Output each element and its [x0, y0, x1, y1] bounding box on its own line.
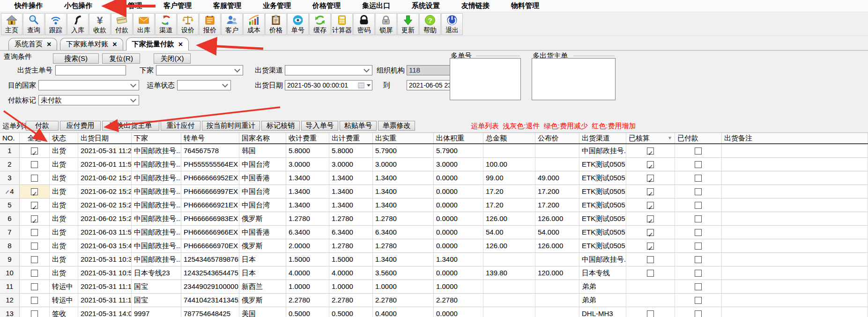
- action-button-7[interactable]: 导入单号: [301, 121, 338, 131]
- menu-item[interactable]: 系统设置: [401, 1, 451, 10]
- action-button-6[interactable]: 标记核销: [261, 121, 300, 131]
- action-button-4[interactable]: 重计应付: [161, 121, 200, 131]
- action-button-3[interactable]: 更换出货主单: [102, 121, 159, 131]
- tracking-no-toolbar-button[interactable]: 单号: [287, 13, 309, 35]
- row-select-checkbox[interactable]: [31, 243, 38, 250]
- tab-1[interactable]: 系统首页×: [8, 38, 57, 50]
- paid-checkbox[interactable]: [695, 202, 702, 209]
- row-number-cell: 10: [0, 266, 20, 280]
- paid-checkbox[interactable]: [695, 229, 702, 236]
- receive-payment-toolbar-button[interactable]: ¥收款: [89, 13, 111, 35]
- cache-toolbar-button[interactable]: 缓存: [309, 13, 331, 35]
- menu-item[interactable]: 集运出口: [351, 1, 401, 10]
- downstream-select[interactable]: [156, 65, 243, 75]
- row-select-checkbox[interactable]: [31, 202, 38, 209]
- row-select-checkbox[interactable]: [31, 188, 38, 195]
- paid-checkbox[interactable]: [695, 215, 702, 222]
- row-select-checkbox[interactable]: [31, 161, 38, 168]
- row-select-checkbox[interactable]: [31, 297, 38, 304]
- cell-recv_weight: 6.3400: [286, 226, 329, 239]
- action-button-5[interactable]: 按当前时间重计: [202, 121, 260, 131]
- outbound-toolbar-button[interactable]: 出库: [133, 13, 155, 35]
- paid-checkbox[interactable]: [695, 283, 702, 290]
- row-select-checkbox[interactable]: [31, 270, 38, 277]
- password-toolbar-button[interactable]: 密码: [353, 13, 375, 35]
- paid-checkbox[interactable]: [695, 256, 702, 263]
- tab-close-icon[interactable]: ×: [47, 41, 51, 48]
- menu-item[interactable]: 快件操作: [4, 1, 53, 10]
- multi-tracking-no-textarea[interactable]: [450, 58, 521, 100]
- tab-close-icon[interactable]: ×: [178, 41, 183, 48]
- calculator-toolbar-button[interactable]: 计算器: [331, 13, 353, 35]
- cost-toolbar-button[interactable]: 成本: [243, 13, 265, 35]
- action-button-9[interactable]: 单票修改: [378, 121, 415, 131]
- filter-dropdown-icon[interactable]: ▼: [668, 133, 672, 143]
- menu-item[interactable]: 物料管理: [500, 1, 550, 10]
- settled-checkbox[interactable]: [647, 310, 654, 317]
- paid-checkbox[interactable]: [695, 270, 702, 277]
- ship-date-from-input[interactable]: 2021-05-30 00:00:01: [285, 80, 372, 90]
- row-select-checkbox[interactable]: [31, 229, 38, 236]
- waybill-status-select[interactable]: [177, 80, 231, 90]
- settled-checkbox[interactable]: [647, 270, 654, 277]
- inbound-scan-toolbar-button[interactable]: 入库: [67, 13, 89, 35]
- paid-checkbox[interactable]: [695, 175, 702, 182]
- action-button-1[interactable]: 付款: [26, 121, 59, 131]
- paid-checkbox[interactable]: [695, 297, 702, 304]
- help-toolbar-button[interactable]: ?帮助: [419, 13, 441, 35]
- settled-checkbox[interactable]: [647, 188, 654, 195]
- menu-item[interactable]: 客服管理: [202, 1, 252, 10]
- action-button-8[interactable]: 粘贴单号: [340, 121, 377, 131]
- settled-checkbox[interactable]: [647, 147, 654, 155]
- customer-toolbar-button[interactable]: 客户: [221, 13, 243, 35]
- multi-master-no-textarea[interactable]: [532, 58, 616, 100]
- cell-channel: ETK测试0505: [579, 171, 626, 184]
- close-button[interactable]: 关闭(X): [154, 53, 191, 64]
- reset-button[interactable]: 复位(R): [102, 53, 140, 64]
- settled-checkbox[interactable]: [647, 202, 654, 209]
- channel-toolbar-button[interactable]: 渠道: [155, 13, 177, 35]
- row-select-checkbox[interactable]: [31, 283, 38, 290]
- paid-checkbox[interactable]: [695, 243, 702, 250]
- menu-item[interactable]: 财务管理: [103, 1, 153, 10]
- settled-checkbox[interactable]: [647, 229, 654, 236]
- row-select-checkbox[interactable]: [31, 215, 38, 222]
- quote-toolbar-button[interactable]: 报价: [199, 13, 221, 35]
- menu-item[interactable]: 价格管理: [302, 1, 351, 10]
- make-payment-toolbar-button[interactable]: 付款: [111, 13, 133, 35]
- tab-close-icon[interactable]: ×: [112, 41, 117, 48]
- settled-checkbox[interactable]: [647, 215, 654, 222]
- pay-flag-select[interactable]: 未付款: [38, 95, 139, 105]
- settled-checkbox[interactable]: [647, 256, 654, 263]
- set-price-toolbar-button[interactable]: 设价: [177, 13, 199, 35]
- ship-channel-select[interactable]: [285, 65, 372, 75]
- paid-checkbox[interactable]: [695, 310, 702, 317]
- tab-3[interactable]: 下家批量付款×: [126, 37, 189, 51]
- row-select-checkbox[interactable]: [31, 147, 38, 155]
- update-toolbar-button[interactable]: 更新: [397, 13, 419, 35]
- dest-country-select[interactable]: [38, 80, 139, 90]
- menu-item[interactable]: 客户管理: [153, 1, 202, 10]
- tab-2[interactable]: 下家账单对账×: [60, 38, 123, 50]
- paid-checkbox[interactable]: [695, 188, 702, 195]
- search-button[interactable]: 搜索(S): [53, 53, 99, 64]
- exit-toolbar-button[interactable]: 退出: [441, 13, 463, 35]
- lock-screen-toolbar-button[interactable]: 锁屏: [375, 13, 397, 35]
- price-toolbar-button[interactable]: 价格: [265, 13, 287, 35]
- search-toolbar-button[interactable]: 查询: [23, 13, 45, 35]
- settled-checkbox[interactable]: [647, 161, 654, 168]
- settled-checkbox[interactable]: [647, 243, 654, 250]
- track-toolbar-button[interactable]: 跟踪: [45, 13, 67, 35]
- paid-checkbox[interactable]: [695, 161, 702, 168]
- home-toolbar-button[interactable]: 主页: [1, 13, 22, 35]
- action-button-2[interactable]: 应付费用: [60, 121, 101, 131]
- menu-item[interactable]: 业务管理: [252, 1, 302, 10]
- row-select-checkbox[interactable]: [31, 256, 38, 263]
- menu-item[interactable]: 小包操作: [53, 1, 103, 10]
- row-select-checkbox[interactable]: [31, 310, 38, 317]
- paid-checkbox[interactable]: [695, 147, 702, 155]
- settled-checkbox[interactable]: [647, 175, 654, 182]
- shipment-master-no-input[interactable]: [55, 65, 126, 75]
- row-select-checkbox[interactable]: [31, 175, 38, 182]
- menu-item[interactable]: 友情链接: [451, 1, 500, 10]
